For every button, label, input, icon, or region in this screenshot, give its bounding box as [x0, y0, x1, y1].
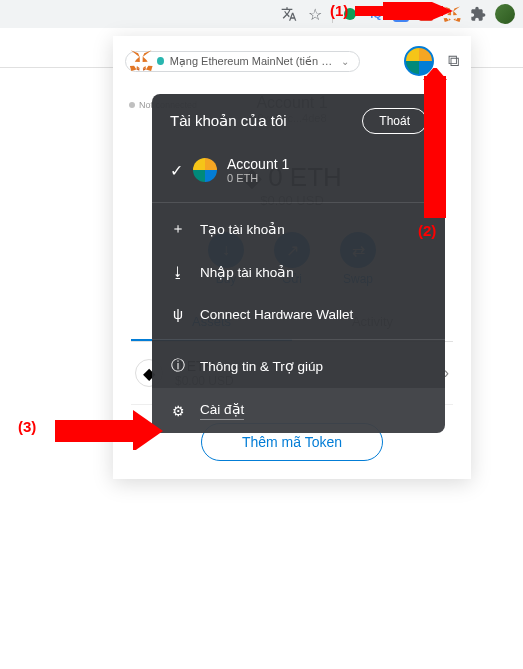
svg-marker-4 [423, 68, 447, 80]
menu-hardware-wallet[interactable]: ψ Connect Hardware Wallet [152, 293, 445, 335]
svg-rect-5 [55, 420, 135, 442]
info-icon: ⓘ [170, 357, 186, 375]
menu-create-account[interactable]: ＋ Tạo tài khoản [152, 207, 445, 251]
download-icon: ⭳ [170, 264, 186, 280]
network-label: Mạng Ethereum MainNet (tiền ETH thật) [170, 55, 335, 68]
network-status-dot [157, 57, 164, 65]
star-icon[interactable]: ☆ [306, 5, 324, 23]
translate-icon[interactable] [280, 5, 298, 23]
menu-item-label: Thông tin & Trợ giúp [200, 358, 323, 374]
network-selector[interactable]: Mạng Ethereum MainNet (tiền ETH thật) ⌄ [125, 51, 360, 72]
menu-item-label: Connect Hardware Wallet [200, 307, 353, 322]
account-dropdown-menu: Tài khoản của tôi Thoát ✓ Account 1 0 ET… [152, 94, 445, 433]
usb-icon: ψ [170, 306, 186, 322]
annotation-arrow-2 [415, 68, 455, 223]
menu-account-balance: 0 ETH [227, 172, 289, 184]
chevron-down-icon: ⌄ [341, 56, 349, 67]
menu-info-help[interactable]: ⓘ Thông tin & Trợ giúp [152, 344, 445, 388]
check-icon: ✓ [170, 161, 183, 180]
menu-header: Tài khoản của tôi Thoát [152, 94, 445, 148]
menu-item-label: Tạo tài khoản [200, 221, 285, 237]
annotation-arrow-3 [55, 410, 163, 450]
status-dot [129, 102, 135, 108]
menu-account-name: Account 1 [227, 156, 289, 172]
annotation-label-2: (2) [418, 222, 436, 239]
plus-icon: ＋ [170, 220, 186, 238]
menu-account-item[interactable]: ✓ Account 1 0 ETH [152, 148, 445, 198]
menu-item-label: Nhập tài khoản [200, 264, 294, 280]
menu-divider [152, 202, 445, 203]
svg-marker-6 [133, 410, 163, 450]
extensions-puzzle-icon[interactable] [469, 5, 487, 23]
menu-settings[interactable]: ⚙ Cài đặt [152, 388, 445, 433]
gear-icon: ⚙ [170, 403, 186, 419]
menu-item-label: Cài đặt [200, 401, 244, 420]
menu-divider [152, 339, 445, 340]
annotation-label-1: (1) [330, 2, 348, 19]
annotation-label-3: (3) [18, 418, 36, 435]
menu-title: Tài khoản của tôi [170, 112, 287, 130]
menu-import-account[interactable]: ⭳ Nhập tài khoản [152, 251, 445, 293]
profile-icon[interactable] [495, 4, 515, 24]
annotation-arrow-1 [355, 2, 455, 20]
mini-avatar [193, 158, 217, 182]
